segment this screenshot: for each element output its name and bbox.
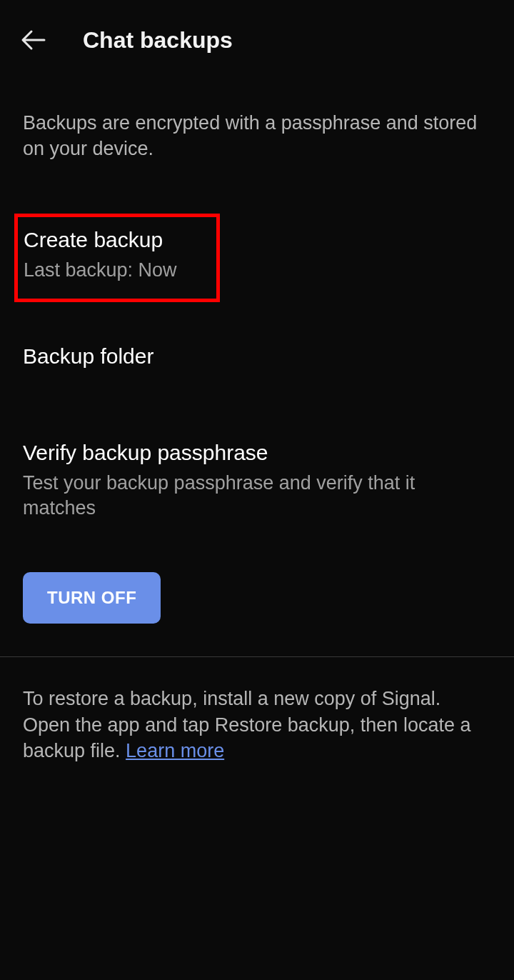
turn-off-button[interactable]: TURN OFF — [23, 572, 161, 624]
learn-more-link[interactable]: Learn more — [126, 740, 224, 761]
verify-passphrase-title: Verify backup passphrase — [23, 439, 491, 466]
button-area: TURN OFF — [23, 572, 491, 624]
verify-passphrase-subtitle: Test your backup passphrase and verify t… — [23, 471, 491, 521]
divider — [0, 656, 514, 657]
back-button[interactable] — [20, 26, 49, 54]
restore-instructions: To restore a backup, install a new copy … — [23, 686, 491, 764]
content-area: Backups are encrypted with a passphrase … — [0, 110, 514, 764]
back-arrow-icon — [20, 26, 49, 54]
create-backup-subtitle: Last backup: Now — [24, 258, 211, 283]
backup-description: Backups are encrypted with a passphrase … — [23, 110, 491, 162]
create-backup-highlight: Create backup Last backup: Now — [14, 214, 220, 302]
app-bar: Chat backups — [0, 0, 514, 80]
restore-text: To restore a backup, install a new copy … — [23, 688, 470, 761]
backup-folder-item[interactable]: Backup folder — [23, 342, 491, 370]
create-backup-item[interactable]: Create backup Last backup: Now — [24, 226, 211, 283]
backup-folder-title: Backup folder — [23, 342, 491, 370]
create-backup-title: Create backup — [24, 226, 211, 254]
verify-passphrase-item[interactable]: Verify backup passphrase Test your backu… — [23, 439, 491, 521]
page-title: Chat backups — [83, 27, 233, 54]
